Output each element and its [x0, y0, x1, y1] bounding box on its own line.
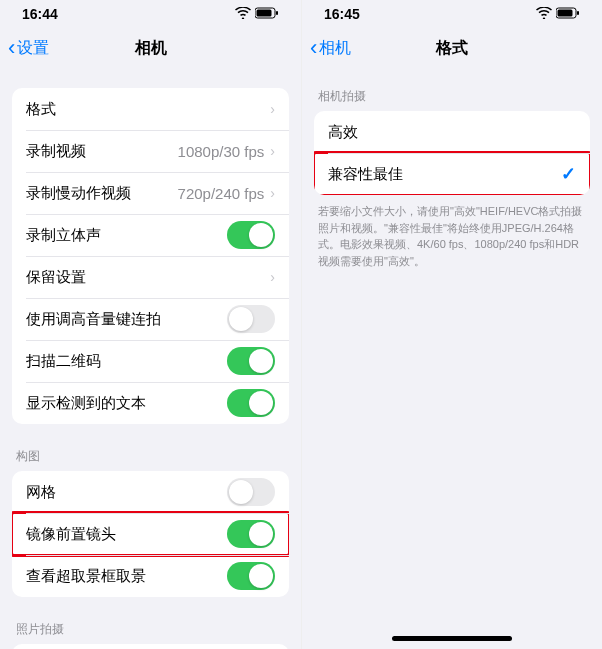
- battery-icon: [556, 6, 580, 22]
- back-button[interactable]: ‹ 设置: [8, 37, 49, 59]
- svg-rect-1: [257, 10, 272, 17]
- page-title: 相机: [135, 38, 167, 59]
- wifi-icon: [235, 6, 251, 22]
- row-formats[interactable]: 格式 ›: [12, 88, 289, 130]
- content: 相机拍摄 高效 兼容性最佳 ✓ 若要缩小文件大小，请使用"高效"HEIF/HEV…: [302, 68, 602, 649]
- svg-rect-2: [276, 11, 278, 15]
- status-time: 16:45: [324, 6, 360, 22]
- toggle-view-outside-frame[interactable]: [227, 562, 275, 590]
- back-button[interactable]: ‹ 相机: [310, 37, 351, 59]
- status-indicators: [536, 6, 580, 22]
- battery-icon: [255, 6, 279, 22]
- back-label: 相机: [319, 38, 351, 59]
- nav-bar: ‹ 相机 格式: [302, 28, 602, 68]
- row-grid[interactable]: 网格: [12, 471, 289, 513]
- footer-capture: 若要缩小文件大小，请使用"高效"HEIF/HEVC格式拍摄照片和视频。"兼容性最…: [302, 195, 602, 269]
- svg-rect-5: [577, 11, 579, 15]
- group-photo-capture: 照片拍摄 摄影风格 将你的个人审美带进摄影作品，使照片更加个性化。"摄影风格"使…: [0, 621, 301, 649]
- toggle-volume-burst[interactable]: [227, 305, 275, 333]
- row-mirror-front[interactable]: 镜像前置镜头: [12, 513, 289, 555]
- back-label: 设置: [17, 38, 49, 59]
- wifi-icon: [536, 6, 552, 22]
- row-detected-text[interactable]: 显示检测到的文本: [12, 382, 289, 424]
- list-main: 格式 › 录制视频 1080p/30 fps › 录制慢动作视频 720p/24…: [12, 88, 289, 424]
- row-qr[interactable]: 扫描二维码: [12, 340, 289, 382]
- toggle-grid[interactable]: [227, 478, 275, 506]
- row-high-efficiency[interactable]: 高效: [314, 111, 590, 153]
- group-main: 格式 › 录制视频 1080p/30 fps › 录制慢动作视频 720p/24…: [0, 88, 301, 424]
- status-bar: 16:45: [302, 0, 602, 28]
- toggle-qr[interactable]: [227, 347, 275, 375]
- list-composition: 网格 镜像前置镜头 查看超取景框取景: [12, 471, 289, 597]
- group-header-capture: 相机拍摄: [302, 88, 602, 111]
- status-indicators: [235, 6, 279, 22]
- row-preserve[interactable]: 保留设置 ›: [12, 256, 289, 298]
- row-stereo[interactable]: 录制立体声: [12, 214, 289, 256]
- row-record-video[interactable]: 录制视频 1080p/30 fps ›: [12, 130, 289, 172]
- chevron-left-icon: ‹: [8, 37, 15, 59]
- row-photographic-styles[interactable]: 摄影风格: [12, 644, 289, 649]
- group-header-composition: 构图: [0, 448, 301, 471]
- nav-bar: ‹ 设置 相机: [0, 28, 301, 68]
- chevron-right-icon: ›: [270, 185, 275, 201]
- camera-settings-screen: 16:44 ‹ 设置 相机 格式 ›: [0, 0, 301, 649]
- toggle-stereo[interactable]: [227, 221, 275, 249]
- group-camera-capture: 相机拍摄 高效 兼容性最佳 ✓ 若要缩小文件大小，请使用"高效"HEIF/HEV…: [302, 88, 602, 269]
- svg-rect-4: [558, 10, 573, 17]
- status-bar: 16:44: [0, 0, 301, 28]
- chevron-right-icon: ›: [270, 269, 275, 285]
- content: 格式 › 录制视频 1080p/30 fps › 录制慢动作视频 720p/24…: [0, 68, 301, 649]
- chevron-right-icon: ›: [270, 143, 275, 159]
- row-volume-burst[interactable]: 使用调高音量键连拍: [12, 298, 289, 340]
- status-time: 16:44: [22, 6, 58, 22]
- group-header-photo: 照片拍摄: [0, 621, 301, 644]
- group-composition: 构图 网格 镜像前置镜头 查看超取景框取景: [0, 448, 301, 597]
- page-title: 格式: [436, 38, 468, 59]
- row-record-slomo[interactable]: 录制慢动作视频 720p/240 fps ›: [12, 172, 289, 214]
- toggle-mirror-front[interactable]: [227, 520, 275, 548]
- check-icon: ✓: [561, 163, 576, 185]
- formats-screen: 16:45 ‹ 相机 格式 相机拍摄 高效: [301, 0, 602, 649]
- toggle-detected-text[interactable]: [227, 389, 275, 417]
- chevron-right-icon: ›: [270, 101, 275, 117]
- chevron-left-icon: ‹: [310, 37, 317, 59]
- list-capture: 高效 兼容性最佳 ✓: [314, 111, 590, 195]
- row-view-outside-frame[interactable]: 查看超取景框取景: [12, 555, 289, 597]
- row-most-compatible[interactable]: 兼容性最佳 ✓: [314, 153, 590, 195]
- home-indicator[interactable]: [392, 636, 512, 641]
- list-photo: 摄影风格: [12, 644, 289, 649]
